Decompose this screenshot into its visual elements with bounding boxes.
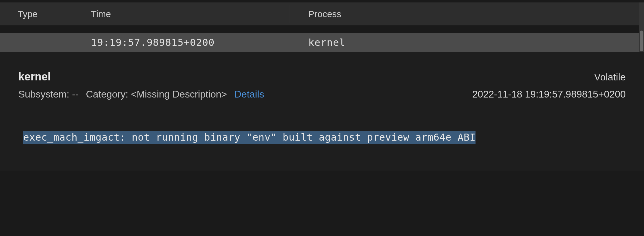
detail-volatile-label: Volatile [594,72,626,83]
log-row-time: 19:19:57.989815+0200 [70,37,290,48]
detail-process-name: kernel [18,70,51,83]
column-header-type[interactable]: Type [0,5,70,23]
details-link[interactable]: Details [234,89,264,100]
category-label: Category: <Missing Description> [86,89,227,100]
log-table-header: Type Time Process [0,2,644,26]
column-header-time[interactable]: Time [70,5,290,23]
vertical-scrollbar[interactable] [639,2,644,52]
log-row[interactable]: 19:19:57.989815+0200 kernel [0,33,644,52]
detail-timestamp: 2022-11-18 19:19:57.989815+0200 [472,89,626,100]
subsystem-label: Subsystem: -- [18,89,78,100]
log-message[interactable]: exec_mach_imgact: not running binary "en… [23,131,476,144]
log-detail-pane: kernel Volatile Subsystem: -- Category: … [0,52,644,171]
log-row-process: kernel [290,37,644,48]
column-header-process[interactable]: Process [290,5,644,23]
